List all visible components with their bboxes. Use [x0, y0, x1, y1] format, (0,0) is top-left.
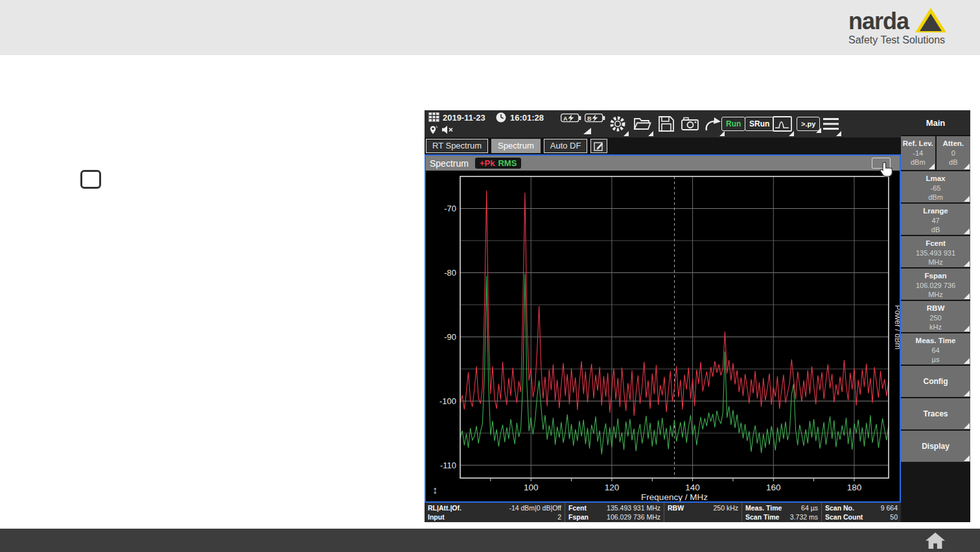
sidebar-button-fcent[interactable]: Fcent135.493 931MHz	[901, 236, 970, 267]
svg-text:140: 140	[685, 483, 700, 492]
tab-rt-spectrum[interactable]: RT Spectrum	[426, 139, 488, 153]
edit-icon[interactable]	[590, 139, 607, 153]
sidebar-button-traces[interactable]: Traces	[901, 398, 970, 429]
softkey-value: 106.029 736	[901, 281, 970, 290]
softkey-unit: kHz	[901, 322, 970, 331]
softkey-label: Ref. Lev.	[901, 139, 935, 149]
checkbox-outline-icon[interactable]	[80, 170, 101, 189]
svg-text:B: B	[587, 115, 592, 122]
toolbar-date[interactable]: 2019-11-23	[443, 113, 485, 123]
svg-text:160: 160	[766, 483, 781, 492]
resize-vertical-icon: ↕	[432, 485, 438, 496]
status-cell-3: Meas. Time64 µsScan Time3.732 ms	[742, 503, 822, 522]
softkey-label: Meas. Time	[901, 336, 970, 346]
status-cell-1: Fcent135.493 931 MHzFspan106.029 736 MHz	[565, 503, 664, 522]
status-label: Input	[428, 512, 445, 522]
svg-text:-80: -80	[444, 268, 456, 278]
status-value: 2	[557, 512, 561, 522]
softkey-label: Lrange	[901, 206, 970, 216]
sidebar-button-meas-time[interactable]: Meas. Time64µs	[901, 333, 970, 365]
svg-text:-100: -100	[439, 396, 456, 406]
toolbar: 2019-11-23 16:01:28 A B	[425, 110, 901, 138]
status-value: 9 664	[881, 503, 898, 512]
toolbar-time[interactable]: 16:01:28	[510, 113, 544, 123]
svg-text:-90: -90	[444, 332, 456, 342]
status-label: RBW	[668, 503, 684, 512]
sidebar-button-fspan[interactable]: Fspan106.029 736MHz	[901, 269, 970, 300]
softkey-value: 135.493 931	[901, 248, 970, 258]
taskbar	[0, 529, 980, 552]
softkey-label: Traces	[923, 409, 948, 419]
camera-icon[interactable]	[681, 114, 699, 134]
narda-logo: narda Safety Test Solutions	[848, 8, 946, 46]
page-header: narda Safety Test Solutions	[0, 0, 980, 55]
main-panel-header: Main	[901, 110, 970, 135]
replay-icon[interactable]	[705, 114, 723, 134]
home-icon[interactable]	[924, 532, 946, 549]
svg-text:180: 180	[847, 483, 862, 492]
battery-a-icon: A	[561, 114, 582, 123]
sidebar-button-rbw[interactable]: RBW250kHz	[901, 301, 970, 332]
status-label: Fspan	[568, 512, 589, 522]
status-bar: RL|Att.|Of.-14 dBm|0 dB|OffInput2Fcent13…	[425, 503, 901, 522]
softkey-unit: dBm	[901, 193, 970, 202]
sidebar-button-atten[interactable]: Atten.0dB	[937, 136, 971, 170]
brand-name: narda	[848, 10, 909, 32]
softkey-value: 0	[937, 149, 971, 158]
expand-triangle-icon[interactable]	[583, 128, 591, 134]
narda-triangle-icon	[915, 8, 946, 32]
tab-bar: RT SpectrumSpectrumAuto DF	[425, 138, 901, 154]
softkey-unit: dB	[901, 225, 970, 234]
tab-auto-df[interactable]: Auto DF	[544, 139, 588, 153]
status-label: Fcent	[568, 503, 587, 512]
run-button[interactable]: Run	[721, 117, 745, 131]
status-cell-2: RBW250 kHz	[664, 503, 742, 522]
svg-text:120: 120	[605, 483, 620, 492]
softkey-unit: MHz	[901, 258, 970, 267]
save-icon[interactable]	[658, 114, 675, 134]
status-value: 50	[890, 512, 898, 522]
speaker-muted-icon[interactable]	[441, 125, 454, 136]
sidebar-button-display[interactable]: Display	[901, 431, 970, 462]
status-value: 3.732 ms	[790, 512, 818, 522]
softkey-value: 250	[901, 313, 970, 322]
trace-window-icon[interactable]	[773, 114, 792, 134]
gps-icon[interactable]	[428, 125, 439, 136]
softkey-value: 47	[901, 216, 970, 225]
sidebar-button-lmax[interactable]: Lmax-65dBm	[901, 171, 970, 202]
status-label: Scan No.	[825, 503, 854, 512]
srun-button[interactable]: SRun	[745, 117, 774, 131]
battery-b-icon: B	[585, 114, 606, 123]
x-axis-title: Frequency / MHz	[641, 492, 708, 501]
trace-legend-badge: +PkRMS	[475, 158, 521, 169]
folder-open-icon[interactable]	[633, 114, 651, 134]
menu-icon[interactable]	[822, 114, 839, 134]
view-titlebar[interactable]: Spectrum +PkRMS	[426, 156, 900, 171]
view-title: Spectrum	[430, 158, 469, 169]
status-value: 135.493 931 MHz	[607, 503, 660, 512]
softkey-unit: µs	[901, 355, 970, 364]
status-value: 64 µs	[801, 503, 818, 512]
status-value: -14 dBm|0 dB|Off	[509, 503, 561, 512]
settings-gear-icon[interactable]	[609, 114, 627, 134]
brand-tagline: Safety Test Solutions	[848, 34, 946, 46]
softkey-unit: dBm	[901, 158, 935, 167]
softkey-label: Atten.	[937, 139, 971, 149]
softkey-label: Display	[922, 442, 950, 451]
sidebar-button-ref-lev[interactable]: Ref. Lev.-14dBm	[901, 136, 935, 170]
calendar-icon	[428, 112, 439, 123]
spectrum-view[interactable]: Spectrum +PkRMS -70-80-90-100-1101001201…	[425, 154, 901, 503]
sidebar-button-lrange[interactable]: Lrange47dB	[901, 204, 970, 235]
status-label: Scan Count	[825, 512, 863, 522]
svg-text:-110: -110	[440, 461, 456, 470]
status-value: 250 kHz	[713, 503, 738, 512]
tab-spectrum[interactable]: Spectrum	[491, 139, 541, 153]
status-label: Scan Time	[745, 512, 779, 522]
softkey-value: -14	[901, 149, 935, 158]
analyzer-window: 2019-11-23 16:01:28 A B	[425, 110, 970, 522]
python-script-button[interactable]: >.py	[797, 117, 820, 131]
spectrum-plot[interactable]: -70-80-90-100-110100120140160180Frequenc…	[426, 171, 900, 501]
sidebar-button-config[interactable]: Config	[901, 366, 970, 397]
status-cell-4: Scan No.9 664Scan Count50	[822, 503, 901, 522]
svg-text:A: A	[563, 115, 568, 122]
